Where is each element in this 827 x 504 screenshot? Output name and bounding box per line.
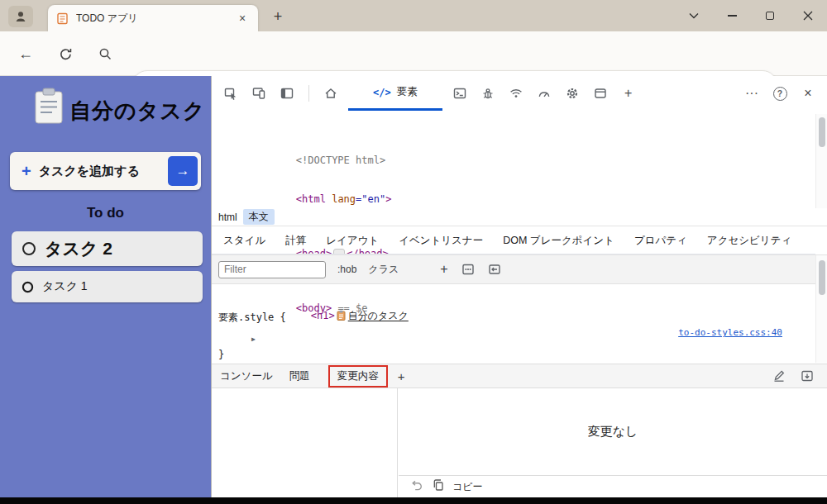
window-controls bbox=[675, 0, 827, 31]
add-task-button[interactable]: + タスクを追加する bbox=[13, 155, 168, 187]
stylesheet-link[interactable]: to-do-styles.css:40 bbox=[678, 327, 782, 338]
styles-pane: 要素.style { } media (max-width: 450px) bo… bbox=[212, 284, 815, 364]
device-emulation-icon[interactable] bbox=[248, 83, 270, 103]
clipboard-icon bbox=[33, 88, 65, 126]
changes-toolbar: コピー bbox=[399, 475, 827, 497]
toggle-class-button[interactable]: クラス bbox=[368, 263, 399, 277]
tab-computed[interactable]: 計算 bbox=[285, 234, 306, 248]
arrow-right-icon: → bbox=[176, 163, 190, 179]
help-icon[interactable]: ? bbox=[769, 83, 791, 103]
submit-task-button[interactable]: → bbox=[168, 156, 198, 186]
dom-breadcrumb: html 本文 bbox=[212, 208, 827, 226]
window-bottom-edge bbox=[0, 497, 827, 504]
network-wifi-icon[interactable] bbox=[505, 83, 527, 103]
devtools-panel: </> 要素 bbox=[211, 76, 827, 497]
changes-panel: 変更なし コピー bbox=[212, 388, 827, 497]
tab-accessibility[interactable]: アクセシビリティ bbox=[707, 234, 791, 248]
styles-scrollbar[interactable] bbox=[815, 255, 827, 363]
browser-window: TODO アプリ × + ← bbox=[0, 0, 827, 504]
home-icon[interactable] bbox=[320, 83, 342, 103]
scrollbar-thumb[interactable] bbox=[819, 260, 825, 295]
expand-panel-icon[interactable] bbox=[801, 369, 814, 385]
profile-avatar[interactable] bbox=[8, 6, 33, 27]
address-bar: ← microsoftedge.github.io/Demos/demo-to-… bbox=[0, 31, 827, 76]
element-style-close: } bbox=[212, 348, 815, 362]
task-label: タスク 2 bbox=[45, 237, 112, 260]
changes-empty-message: 変更なし bbox=[399, 388, 827, 475]
refresh-button[interactable] bbox=[51, 40, 79, 68]
close-window-button[interactable] bbox=[789, 0, 827, 31]
task-item[interactable]: タスク 2 bbox=[12, 231, 203, 266]
changes-detail: 変更なし コピー bbox=[399, 388, 827, 497]
drawer-tab-bar: コンソール 問題 変更内容 + bbox=[212, 364, 827, 388]
inspect-cursor-icon[interactable] bbox=[220, 83, 241, 103]
close-devtools-icon[interactable]: × bbox=[797, 83, 819, 103]
dom-scrollbar[interactable] bbox=[815, 114, 827, 208]
performance-gauge-icon[interactable] bbox=[533, 83, 555, 103]
task-label: タスク 1 bbox=[42, 279, 88, 294]
tab-elements[interactable]: </> 要素 bbox=[348, 76, 442, 111]
copy-button-label[interactable]: コピー bbox=[452, 480, 483, 494]
tab-close-icon[interactable]: × bbox=[235, 11, 250, 26]
element-states-icon[interactable] bbox=[461, 263, 475, 276]
bug-icon[interactable] bbox=[477, 83, 499, 103]
task-checkbox-circle-icon[interactable] bbox=[22, 241, 36, 256]
styles-filter-input[interactable] bbox=[218, 261, 326, 278]
devtools-toolbar: </> 要素 bbox=[212, 76, 827, 111]
toolbar-divider bbox=[308, 85, 309, 102]
add-task-row: + タスクを追加する → bbox=[10, 152, 201, 190]
titlebar: TODO アプリ × + bbox=[0, 0, 827, 31]
dom-node-doctype[interactable]: <!DOCTYPE html> bbox=[212, 137, 815, 153]
annotation-red-box: 変更内容 bbox=[328, 365, 388, 388]
breadcrumb-body-selected[interactable]: 本文 bbox=[243, 209, 275, 225]
add-drawer-tab-button[interactable]: + bbox=[398, 369, 405, 383]
tab-favicon-icon bbox=[56, 12, 69, 25]
toggle-hov-button[interactable]: :hob bbox=[337, 264, 356, 275]
scrollbar-thumb[interactable] bbox=[819, 117, 825, 147]
tab-properties[interactable]: プロパティ bbox=[634, 234, 687, 248]
tab-issues[interactable]: 問題 bbox=[289, 369, 310, 383]
pencil-icon[interactable] bbox=[772, 369, 786, 385]
changes-file-list[interactable] bbox=[212, 388, 398, 497]
breadcrumb-html[interactable]: html bbox=[218, 212, 237, 223]
console-tool-icon[interactable] bbox=[449, 83, 471, 103]
maximize-button[interactable] bbox=[751, 0, 789, 31]
tab-dom-breakpoints[interactable]: DOM ブレークポイント bbox=[503, 234, 614, 248]
search-button[interactable] bbox=[91, 40, 119, 68]
more-tools-plus-icon[interactable]: + bbox=[618, 83, 639, 103]
app-title: 自分のタスク bbox=[69, 97, 205, 126]
tab-console[interactable]: コンソール bbox=[220, 369, 273, 383]
tab-styles[interactable]: スタイル bbox=[223, 234, 265, 248]
code-brackets-icon: </> bbox=[373, 87, 391, 98]
tab-changes[interactable]: 変更内容 bbox=[337, 369, 379, 383]
todo-list-heading: To do bbox=[0, 205, 211, 221]
back-button[interactable]: ← bbox=[12, 40, 40, 68]
settings-gear-icon[interactable] bbox=[562, 83, 583, 103]
browser-tab[interactable]: TODO アプリ × bbox=[48, 5, 258, 31]
new-tab-button[interactable]: + bbox=[266, 7, 289, 26]
dom-node-html[interactable]: <html lang="en"> bbox=[212, 176, 815, 192]
tab-list-chevron-icon[interactable] bbox=[675, 0, 713, 31]
search-icon bbox=[98, 47, 112, 61]
refresh-icon bbox=[59, 47, 73, 61]
todo-app-panel: 自分のタスク + タスクを追加する → To do タスク 2 タスク 1 bbox=[0, 76, 211, 497]
tab-event-listeners[interactable]: イベントリスナー bbox=[399, 234, 483, 248]
application-icon[interactable] bbox=[590, 83, 611, 103]
new-style-rule-button[interactable]: + bbox=[440, 262, 447, 277]
undo-icon[interactable] bbox=[410, 478, 423, 495]
styles-filter-bar: :hob クラス + bbox=[212, 254, 827, 284]
dock-side-icon[interactable] bbox=[276, 83, 298, 103]
tab-layout[interactable]: レイアウト bbox=[326, 234, 379, 248]
copy-icon[interactable] bbox=[432, 478, 444, 495]
task-item[interactable]: タスク 1 bbox=[12, 271, 203, 302]
sidebar-panel-tabs: スタイル 計算 レイアウト イベントリスナー DOM ブレークポイント プロパテ… bbox=[212, 226, 827, 254]
tab-title: TODO アプリ bbox=[76, 12, 235, 26]
task-checkbox-circle-icon[interactable] bbox=[22, 281, 34, 293]
minimize-button[interactable] bbox=[713, 0, 751, 31]
drawer-actions bbox=[772, 364, 814, 389]
computed-sidebar-icon[interactable] bbox=[488, 263, 501, 276]
devtools-more-menu-icon[interactable]: ··· bbox=[741, 83, 762, 103]
plus-icon: + bbox=[22, 163, 31, 179]
dom-tree: <!DOCTYPE html> <html lang="en"> ▶ <head… bbox=[212, 111, 815, 208]
element-style-rule[interactable]: 要素.style { bbox=[212, 311, 815, 325]
